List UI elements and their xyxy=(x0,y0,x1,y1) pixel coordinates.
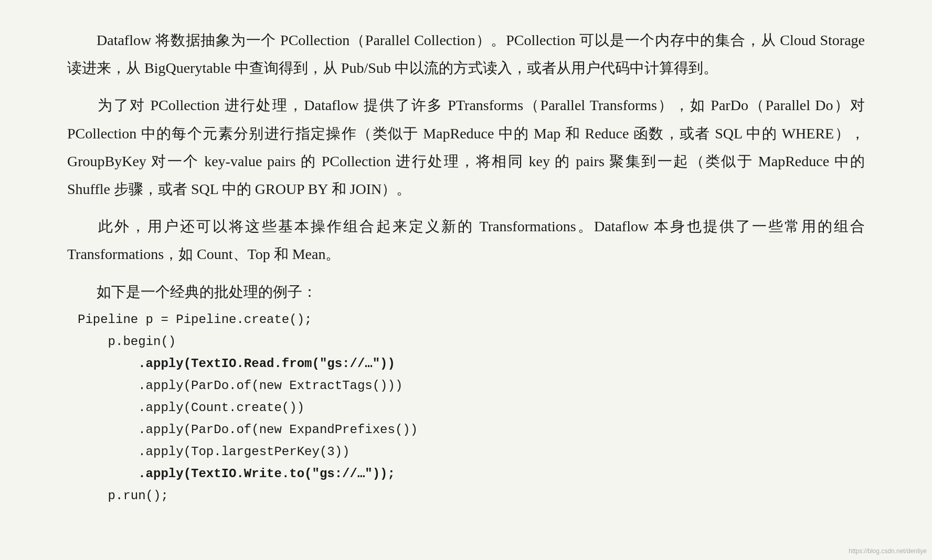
code-section: 如下是一个经典的批处理的例子： Pipeline p = Pipeline.cr… xyxy=(67,278,865,507)
watermark: https://blog.csdn.net/denliye xyxy=(849,547,927,555)
code-line-1: Pipeline p = Pipeline.create(); xyxy=(78,309,865,331)
code-line-6: .apply(ParDo.of(new ExpandPrefixes()) xyxy=(78,419,865,441)
code-line-3: .apply(TextIO.Read.from("gs://…")) xyxy=(78,353,865,375)
paragraph-2: 为了对 PCollection 进行处理，Dataflow 提供了许多 PTra… xyxy=(67,91,865,203)
paragraph-1: Dataflow 将数据抽象为一个 PCollection（Parallel C… xyxy=(67,26,865,82)
code-line-7: .apply(Top.largestPerKey(3)) xyxy=(78,441,865,463)
paragraph-3: 此外，用户还可以将这些基本操作组合起来定义新的 Transformations。… xyxy=(67,212,865,268)
content-wrapper: Dataflow 将数据抽象为一个 PCollection（Parallel C… xyxy=(46,16,886,523)
code-block: Pipeline p = Pipeline.create(); p.begin(… xyxy=(67,309,865,507)
code-line-9: p.run(); xyxy=(78,485,865,507)
code-line-4: .apply(ParDo.of(new ExtractTags())) xyxy=(78,375,865,397)
code-intro: 如下是一个经典的批处理的例子： xyxy=(67,278,865,306)
code-line-5: .apply(Count.create()) xyxy=(78,397,865,419)
code-line-8: .apply(TextIO.Write.to("gs://…")); xyxy=(78,463,865,485)
code-line-2: p.begin() xyxy=(78,331,865,353)
